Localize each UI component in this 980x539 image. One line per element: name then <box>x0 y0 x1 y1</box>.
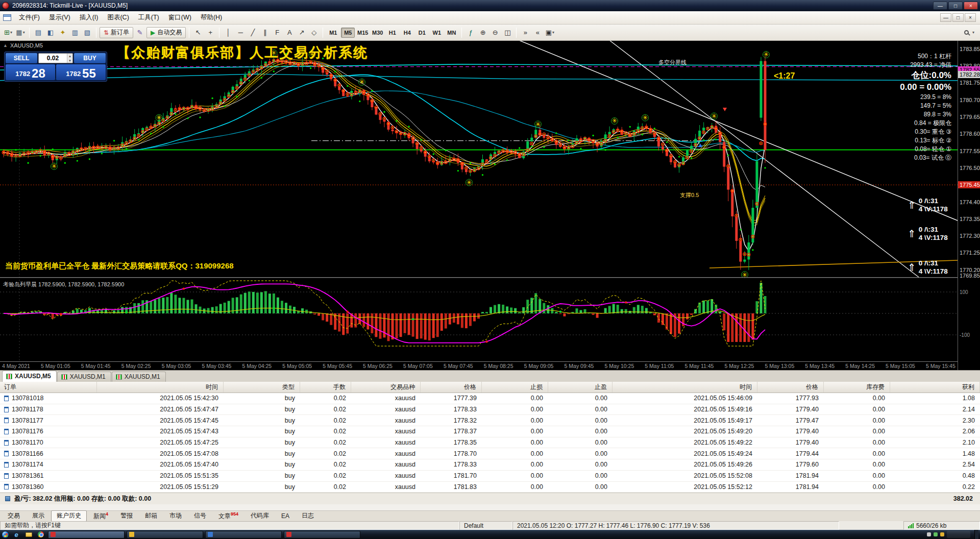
lot-size-stepper[interactable]: ▲▼ <box>67 54 72 63</box>
terminal-tab-3[interactable]: 新闻4 <box>88 510 114 522</box>
status-profile[interactable]: Default <box>459 521 512 530</box>
new-chart-button[interactable]: ⊞▾ <box>3 27 14 38</box>
zoom-out-button[interactable]: ⊖ <box>489 27 501 38</box>
price-scale[interactable]: 1783.851782.801781.751780.701779.651778.… <box>958 41 980 370</box>
indicators-button[interactable]: ƒ <box>465 27 476 38</box>
menu-item-6[interactable]: 帮助(H) <box>196 11 227 24</box>
timeframe-m1-button[interactable]: M1 <box>326 28 340 38</box>
show-desktop-button[interactable] <box>974 530 978 539</box>
column-header-5[interactable]: 价格 <box>421 382 482 393</box>
market-watch-button[interactable]: ▤ <box>33 27 44 38</box>
time-axis[interactable]: 4 May 20215 May 01:055 May 01:455 May 02… <box>0 361 980 370</box>
terminal-tab-1[interactable]: 展示 <box>27 510 50 522</box>
strategy-tester-button[interactable]: ▧ <box>82 27 93 38</box>
column-header-9[interactable]: 价格 <box>757 382 824 393</box>
taskbar-app-button-3[interactable] <box>284 531 360 538</box>
text-label-button[interactable]: A <box>284 27 295 38</box>
terminal-tab-7[interactable]: 信号 <box>188 510 212 522</box>
stepper-up-icon[interactable]: ▲ <box>67 54 72 58</box>
table-row[interactable]: 1307810182021.05.05 15:42:30buy0.02xauus… <box>0 393 980 404</box>
child-close-button[interactable]: × <box>965 13 976 22</box>
profiles-button[interactable]: ▦▾ <box>15 27 26 38</box>
child-restore-button[interactable]: □ <box>952 13 964 22</box>
terminal-tab-2[interactable]: 账户历史 <box>51 510 87 522</box>
auto-scroll-button[interactable]: » <box>520 27 531 38</box>
terminal-tab-6[interactable]: 市场 <box>164 510 187 522</box>
column-header-7[interactable]: 止盈 <box>548 382 612 393</box>
timeframe-d1-button[interactable]: D1 <box>415 28 429 38</box>
data-window-button[interactable]: ◧ <box>45 27 56 38</box>
timeframe-mn-button[interactable]: MN <box>445 28 458 38</box>
ask-price-display[interactable]: 1782 55 <box>56 64 106 80</box>
new-order-button[interactable]: ⇅新订单 <box>100 27 133 38</box>
lot-size-field[interactable]: ▲▼ <box>38 53 73 63</box>
horizontal-line-button[interactable]: ─ <box>235 27 246 38</box>
maximize-button[interactable]: □ <box>948 2 963 10</box>
timeframe-w1-button[interactable]: W1 <box>430 28 444 38</box>
timeframe-m15-button[interactable]: M15 <box>356 28 370 38</box>
window-splitter[interactable] <box>0 277 980 278</box>
stepper-down-icon[interactable]: ▼ <box>67 58 72 63</box>
table-row[interactable]: 1307811782021.05.05 15:47:47buy0.02xauus… <box>0 404 980 415</box>
taskbar-app-button-1[interactable] <box>127 531 203 538</box>
terminal-button[interactable]: ▥ <box>69 27 81 38</box>
channel-button[interactable]: ∥ <box>259 27 271 38</box>
terminal-tab-5[interactable]: 邮箱 <box>139 510 163 522</box>
timeframe-h4-button[interactable]: H4 <box>400 28 414 38</box>
taskbar-ie-icon[interactable]: e <box>11 531 21 538</box>
taskbar-app-button-0[interactable] <box>48 531 125 538</box>
autotrading-button[interactable]: ▶自动交易 <box>146 27 186 38</box>
column-header-8[interactable]: 时间 <box>612 382 757 393</box>
column-header-0[interactable]: 订单 <box>0 382 97 393</box>
sell-button[interactable]: SELL <box>6 53 37 63</box>
table-row[interactable]: 1307811742021.05.05 15:47:40buy0.02xauus… <box>0 459 980 471</box>
terminal-tab-10[interactable]: EA <box>276 511 295 521</box>
minimize-button[interactable]: — <box>933 2 947 10</box>
column-header-6[interactable]: 止损 <box>482 382 548 393</box>
trendline-button[interactable]: ╱ <box>247 27 258 38</box>
vertical-line-button[interactable]: │ <box>223 27 234 38</box>
column-header-3[interactable]: 手数 <box>300 382 351 393</box>
menu-item-2[interactable]: 插入(I) <box>75 11 103 24</box>
shapes-button[interactable]: ◇ <box>308 27 320 38</box>
menu-item-5[interactable]: 窗口(W) <box>164 11 196 24</box>
column-header-4[interactable]: 交易品种 <box>351 382 421 393</box>
table-row[interactable]: 1307811762021.05.05 15:47:43buy0.02xauus… <box>0 426 980 437</box>
menu-item-1[interactable]: 显示(V) <box>44 11 75 24</box>
column-header-1[interactable]: 时间 <box>97 382 224 393</box>
bid-price-display[interactable]: 1782 28 <box>6 64 55 80</box>
table-row[interactable]: 1307811662021.05.05 15:47:08buy0.02xauus… <box>0 448 980 459</box>
price-chart-canvas[interactable]: ✳✳✳✳✳✳✳✳✳✳✳✳ <box>0 41 958 361</box>
fibonacci-button[interactable]: F <box>272 27 283 38</box>
terminal-tab-11[interactable]: 日志 <box>296 510 320 522</box>
taskbar-app-button-2[interactable] <box>205 531 282 538</box>
tray-icon[interactable] <box>940 532 944 536</box>
chart-shift-button[interactable]: « <box>532 27 543 38</box>
tray-icon[interactable] <box>927 532 931 536</box>
table-row[interactable]: 1307813602021.05.05 15:51:29buy0.02xauus… <box>0 482 980 493</box>
table-row[interactable]: 1307811702021.05.05 15:47:25buy0.02xauus… <box>0 437 980 449</box>
chart-area[interactable]: ✳✳✳✳✳✳✳✳✳✳✳✳ ▲ XAUUSD,M5 SELL ▲▼ BUY 178… <box>0 41 980 370</box>
search-icon[interactable] <box>964 30 969 35</box>
arrows-button[interactable]: ↗ <box>296 27 307 38</box>
tray-icon[interactable] <box>934 532 938 536</box>
taskbar-folder-icon[interactable] <box>23 531 34 538</box>
timeframe-m30-button[interactable]: M30 <box>371 28 384 38</box>
lot-size-input[interactable] <box>39 54 67 63</box>
child-minimize-button[interactable]: — <box>940 13 951 22</box>
menu-item-4[interactable]: 工具(T) <box>134 11 164 24</box>
tile-windows-button[interactable]: ◫ <box>502 27 513 38</box>
metaeditor-button[interactable]: ✎ <box>134 27 145 38</box>
taskbar-clock[interactable] <box>947 531 970 538</box>
column-header-11[interactable]: 获利 <box>890 382 980 393</box>
cursor-button[interactable]: ↖ <box>192 27 204 38</box>
timeframe-m5-button[interactable]: M5 <box>341 28 355 38</box>
table-row[interactable]: 1307811772021.05.05 15:47:45buy0.02xauus… <box>0 415 980 426</box>
chart-tab-1[interactable]: XAUUSD,M1 <box>57 372 111 382</box>
start-button[interactable] <box>2 531 9 538</box>
one-click-toggle-icon[interactable]: ▲ <box>3 43 8 48</box>
menu-item-0[interactable]: 文件(F) <box>14 11 44 24</box>
menu-item-3[interactable]: 图表(C) <box>103 11 133 24</box>
zoom-in-button[interactable]: ⊕ <box>477 27 488 38</box>
timeframe-h1-button[interactable]: H1 <box>385 28 399 38</box>
